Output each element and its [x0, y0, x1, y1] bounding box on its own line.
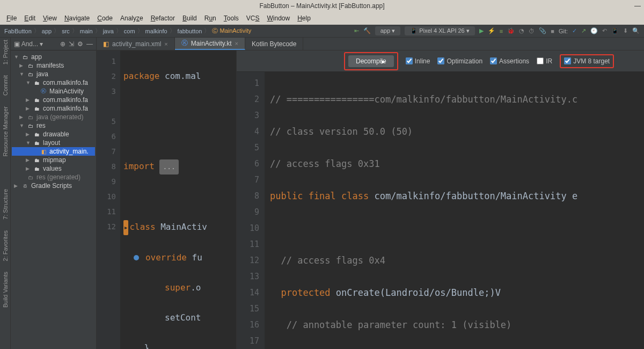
crumb-class[interactable]: Ⓒ MainActivity [212, 27, 251, 35]
tree-node-java[interactable]: ▼🗀java [12, 70, 95, 78]
window-title: FabButton – MainActivity.kt [FabButton.a… [259, 2, 384, 10]
gear-icon[interactable]: ⚙ [77, 40, 83, 48]
editor-tabs: ◧ activity_main.xml × Ⓚ MainActivity.kt … [97, 38, 644, 50]
tree-node-mipmap[interactable]: ▶🖿mipmap [12, 156, 95, 164]
toolwin-project[interactable]: 1: Project [2, 40, 9, 64]
tree-node-package[interactable]: ▶🖿com.malkinfo.fa [12, 104, 95, 113]
tab-kotlin-bytecode[interactable]: Kotlin Bytecode [245, 38, 303, 50]
menu-file[interactable]: File [3, 13, 20, 23]
stop-icon[interactable]: ■ [551, 28, 554, 34]
minimize-icon[interactable]: — [634, 2, 641, 10]
kotlin-code[interactable]: package com.mal import ... ▶class MainAc… [120, 50, 207, 349]
avd-icon[interactable]: 📱 [611, 27, 619, 34]
highlight-decompile: Decompile ➤ [344, 52, 398, 70]
tree-node-drawable[interactable]: ▶🖿drawable [12, 130, 95, 139]
tree-node-java-gen[interactable]: ▶🗀java (generated) [12, 113, 95, 121]
tab-mainactivity[interactable]: Ⓚ MainActivity.kt × [175, 38, 245, 50]
tree-node-gradle[interactable]: ▶⛭Gradle Scripts [12, 181, 95, 190]
tab-label: MainActivity.kt [191, 40, 232, 47]
hide-icon[interactable]: — [86, 40, 93, 48]
decompile-button[interactable]: Decompile ➤ [348, 55, 394, 67]
fold-badge[interactable]: ... [159, 159, 178, 174]
crumb[interactable]: fabbutton [178, 28, 202, 34]
close-icon[interactable]: × [164, 41, 167, 47]
close-icon[interactable]: × [235, 40, 238, 47]
git-update-icon[interactable]: ✓ [572, 27, 577, 34]
crumb[interactable]: FabButton [4, 28, 32, 34]
run-config-selector[interactable]: app ▾ [375, 26, 400, 35]
bytecode-code[interactable]: // ================com/malkinfo/fabbutto… [265, 72, 577, 349]
menu-window[interactable]: Window [264, 13, 293, 23]
kotlin-icon: Ⓚ [181, 39, 188, 48]
sdk-icon[interactable]: ⬇ [623, 27, 628, 34]
crumb[interactable]: app [42, 28, 52, 34]
project-panel-header: ▣ And... ▾ ⊕ ⇲ ⚙ — [11, 38, 96, 50]
crumb[interactable]: com [124, 28, 135, 34]
highlight-jvm8: JVM 8 target [560, 54, 614, 68]
toolwin-build-variants[interactable]: Build Variants [2, 272, 9, 308]
tree-node-package[interactable]: ▼🖿com.malkinfo.fa [12, 78, 95, 87]
collapse-all-icon[interactable]: ⇲ [69, 40, 74, 48]
toolwin-favorites[interactable]: 2: Favorites [2, 230, 9, 261]
scroll-from-source-icon[interactable]: ⊕ [60, 40, 65, 48]
menu-tools[interactable]: Tools [221, 13, 242, 23]
menu-view[interactable]: View [40, 13, 60, 23]
kotlin-editor[interactable]: 1 2 3 5 6 7 8 9 10 11 12 package com.mal… [97, 50, 236, 349]
sync-icon[interactable]: ⇤ [354, 27, 359, 34]
chk-optimization[interactable]: Optimization [437, 57, 482, 65]
coverage-icon[interactable]: ◔ [519, 27, 524, 34]
tree-node-layout[interactable]: ▼🖿layout [12, 139, 95, 147]
crumb[interactable]: java [103, 28, 114, 34]
tree-node-res-gen[interactable]: 🗀res (generated) [12, 173, 95, 181]
toolwin-structure[interactable]: 7: Structure [2, 189, 9, 220]
device-selector[interactable]: 📱 Pixel 4 XL API 26 ▾ [405, 26, 475, 35]
debug-icon[interactable]: 🐞 [507, 27, 515, 34]
menu-refactor[interactable]: Refactor [148, 13, 178, 23]
xml-icon: ◧ [103, 40, 109, 48]
tree-node-activity-main[interactable]: ◧activity_main. [12, 147, 95, 156]
menu-build[interactable]: Build [179, 13, 200, 23]
menu-edit[interactable]: Edit [21, 13, 39, 23]
tab-activity-main[interactable]: ◧ activity_main.xml × [97, 38, 175, 50]
search-icon[interactable]: 🔍 [632, 27, 640, 34]
kotlin-gutter: 1 2 3 5 6 7 8 9 10 11 12 [97, 50, 120, 349]
menu-run[interactable]: Run [201, 13, 219, 23]
main-menu: File Edit View Navigate Code Analyze Ref… [0, 12, 644, 25]
menu-code[interactable]: Code [94, 13, 116, 23]
chk-jvm8[interactable]: JVM 8 target [564, 57, 610, 65]
apply-code-icon[interactable]: ≡ [500, 28, 503, 34]
chk-ir[interactable]: IR [537, 57, 552, 65]
tree-node-package[interactable]: ▶🖿com.malkinfo.fa [12, 96, 95, 104]
crumb[interactable]: main [80, 28, 93, 34]
tree-node-manifests[interactable]: ▶🗀manifests [12, 61, 95, 70]
toolwin-resource-manager[interactable]: Resource Manager [2, 106, 9, 157]
apply-changes-icon[interactable]: ⚡ [488, 27, 495, 34]
menu-help[interactable]: Help [294, 13, 314, 23]
window-titlebar: FabButton – MainActivity.kt [FabButton.a… [0, 0, 644, 12]
crumb[interactable]: malkinfo [145, 28, 167, 34]
toolwin-commit[interactable]: Commit [2, 75, 9, 96]
git-rollback-icon[interactable]: ↶ [602, 27, 607, 34]
profiler-icon[interactable]: ⏱ [529, 28, 535, 34]
attach-icon[interactable]: 📎 [539, 27, 546, 34]
menu-vcs[interactable]: VCS [243, 13, 263, 23]
git-history-icon[interactable]: 🕘 [590, 27, 598, 34]
run-icon[interactable]: ▶ [479, 27, 484, 34]
chk-inline[interactable]: Inline [406, 57, 430, 65]
override-gutter-icon[interactable] [134, 255, 139, 260]
tab-label: Kotlin Bytecode [252, 40, 296, 48]
git-push-icon[interactable]: ↗ [581, 27, 586, 34]
bytecode-toolbar: Decompile ➤ Inline Optimization Assertio… [237, 50, 644, 72]
breadcrumb-bar: FabButton〉 app〉 src〉 main〉 java〉 com〉 ma… [0, 25, 644, 38]
chk-assertions[interactable]: Assertions [490, 57, 529, 65]
menu-navigate[interactable]: Navigate [61, 13, 93, 23]
make-icon[interactable]: 🔨 [363, 27, 371, 34]
crumb[interactable]: src [62, 28, 70, 34]
tree-node-app[interactable]: ▼🗀app [12, 53, 95, 61]
menu-analyze[interactable]: Analyze [117, 13, 147, 23]
tree-node-values[interactable]: ▶🖿values [12, 164, 95, 173]
tree-node-mainactivity[interactable]: ⓀMainActivity [12, 87, 95, 96]
tree-node-res[interactable]: ▼🗀res [12, 121, 95, 130]
project-scope-selector[interactable]: ▣ And... ▾ [14, 40, 43, 48]
run-gutter-icon[interactable]: ▶ [123, 220, 128, 235]
